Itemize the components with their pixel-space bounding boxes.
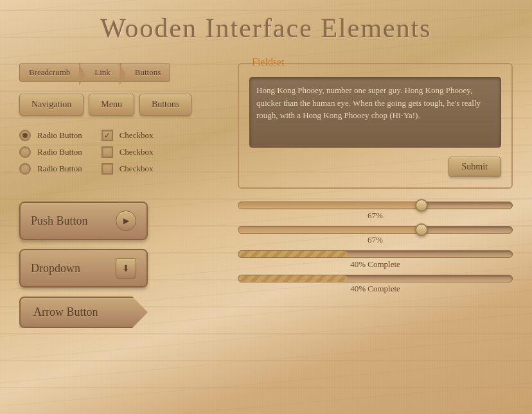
arrow-button-label: Arrow Button <box>33 306 98 319</box>
slider-label-1: 67% <box>238 211 513 221</box>
slider-track-2 <box>238 226 513 234</box>
radio-item-2[interactable]: Radio Button <box>19 146 82 158</box>
slider-thumb-2[interactable] <box>415 223 428 236</box>
checkbox-label-1: Checkbox <box>120 130 154 141</box>
sliders-section: 67% 67% 40% Complete <box>238 202 513 294</box>
slider-fill-1 <box>238 202 421 209</box>
progress-track-2 <box>238 275 513 282</box>
progress-row-2: 40% Complete <box>238 275 513 294</box>
arrow-button-wrap: Arrow Button <box>19 297 212 328</box>
right-panel: Fieldset Submit 67% <box>238 63 513 328</box>
radio-circle-1[interactable] <box>19 130 31 141</box>
slider-fill-2 <box>238 227 421 233</box>
progress-fill-1 <box>238 251 348 257</box>
checkbox-item-1[interactable]: ✓ Checkbox <box>102 130 154 141</box>
submit-button[interactable]: Submit <box>448 157 501 177</box>
checkbox-label-3: Checkbox <box>120 164 154 174</box>
radio-item-1[interactable]: Radio Button <box>19 130 82 141</box>
push-button[interactable]: Push Button ▶ <box>19 202 148 240</box>
progress-label-2: 40% Complete <box>238 284 513 294</box>
slider-row-1: 67% <box>238 202 513 221</box>
submit-row: Submit <box>249 157 501 177</box>
arrow-button[interactable]: Arrow Button <box>19 297 148 328</box>
checkbox-label-2: Checkbox <box>120 147 154 157</box>
progress-row-1: 40% Complete <box>238 250 513 270</box>
dropdown-icon: ⬇ <box>116 258 136 279</box>
checkbox-group: ✓ Checkbox Checkbox Checkbox <box>102 130 154 184</box>
slider-row-2: 67% <box>238 226 513 245</box>
breadcrumb-item-2[interactable]: Link <box>80 63 120 82</box>
radio-label-2: Radio Button <box>37 147 82 157</box>
checkbox-item-3[interactable]: Checkbox <box>102 163 154 175</box>
radio-item-3[interactable]: Radio Button <box>19 163 82 175</box>
dropdown-button[interactable]: Dropdown ⬇ <box>19 249 148 288</box>
nav-button-menu[interactable]: Menu <box>89 94 134 116</box>
radio-label-3: Radio Button <box>37 164 82 174</box>
fieldset-textarea[interactable] <box>249 77 501 148</box>
checkbox-box-1[interactable]: ✓ <box>102 130 113 141</box>
form-controls-row: Radio Button Radio Button Radio Button ✓ <box>19 130 212 184</box>
radio-label-1: Radio Button <box>37 130 82 141</box>
breadcrumb-item-3[interactable]: Buttons <box>120 63 170 82</box>
progress-label-1: 40% Complete <box>238 259 513 270</box>
radio-group: Radio Button Radio Button Radio Button <box>19 130 82 180</box>
fieldset-legend: Fieldset <box>248 56 288 68</box>
radio-circle-3[interactable] <box>19 163 31 175</box>
slider-thumb-1[interactable] <box>415 199 428 212</box>
slider-track-1 <box>238 202 513 209</box>
left-panel: Breadcrumb Link Buttons Navigation Menu … <box>19 63 212 328</box>
progress-fill-2 <box>238 275 348 282</box>
breadcrumb: Breadcrumb Link Buttons <box>19 63 212 82</box>
checkbox-item-2[interactable]: Checkbox <box>102 146 154 158</box>
slider-label-2: 67% <box>238 235 513 245</box>
dropdown-wrap: Dropdown ⬇ <box>19 249 212 288</box>
dropdown-label: Dropdown <box>31 262 80 275</box>
breadcrumb-item-1[interactable]: Breadcrumb <box>19 63 80 82</box>
play-icon: ▶ <box>116 211 136 231</box>
checkbox-box-2[interactable] <box>102 146 113 158</box>
nav-button-navigation[interactable]: Navigation <box>19 94 84 116</box>
radio-circle-2[interactable] <box>19 146 31 158</box>
fieldset: Fieldset Submit <box>238 63 513 189</box>
page-title: Wooden Interface Elements <box>19 13 513 44</box>
checkbox-box-3[interactable] <box>102 163 113 175</box>
push-button-wrap: Push Button ▶ <box>19 202 212 240</box>
progress-track-1 <box>238 250 513 258</box>
nav-buttons-row: Navigation Menu Buttons <box>19 94 212 116</box>
nav-button-buttons[interactable]: Buttons <box>139 94 192 116</box>
push-button-label: Push Button <box>31 214 88 228</box>
